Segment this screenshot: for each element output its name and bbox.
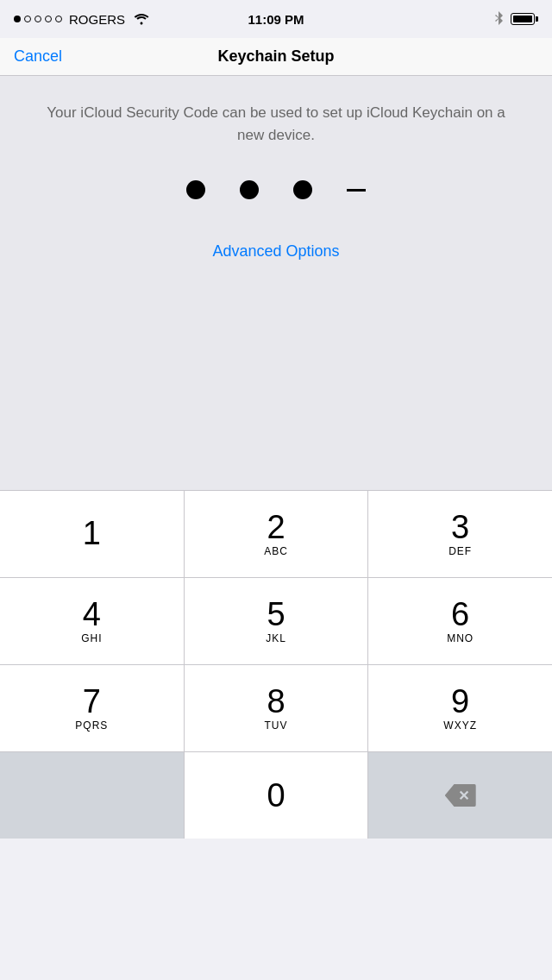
carrier-label: ROGERS — [69, 12, 125, 27]
signal-dots — [14, 16, 62, 22]
signal-dot-3 — [34, 16, 41, 22]
key-2[interactable]: 2 ABC — [185, 491, 369, 577]
key-3[interactable]: 3 DEF — [368, 491, 552, 577]
bluetooth-icon — [493, 11, 504, 27]
pin-dot-3 — [293, 180, 312, 199]
battery-indicator — [511, 13, 538, 25]
signal-dot-2 — [24, 16, 31, 22]
pin-dot-2 — [240, 180, 259, 199]
signal-dot-4 — [45, 16, 52, 22]
keypad-row-bottom: 0 ✕ — [0, 752, 552, 839]
keypad-row-1: 1 2 ABC 3 DEF — [0, 491, 552, 578]
status-bar: ROGERS 11:09 PM — [0, 0, 552, 38]
description-text: Your iCloud Security Code can be used to… — [34, 102, 518, 146]
content-area: Your iCloud Security Code can be used to… — [0, 76, 552, 404]
pin-dot-1 — [186, 180, 205, 199]
advanced-options-button[interactable]: Advanced Options — [212, 242, 339, 261]
signal-dot-5 — [55, 16, 62, 22]
pin-dot-4 — [347, 189, 366, 192]
key-4[interactable]: 4 GHI — [0, 578, 185, 664]
signal-dot-1 — [14, 16, 21, 22]
key-0[interactable]: 0 — [185, 752, 369, 839]
key-5[interactable]: 5 JKL — [185, 578, 369, 664]
backspace-icon: ✕ — [445, 784, 476, 807]
pin-display — [34, 180, 518, 199]
key-1[interactable]: 1 — [0, 491, 185, 577]
keypad-row-2: 4 GHI 5 JKL 6 MNO — [0, 578, 552, 665]
status-left: ROGERS — [14, 12, 149, 27]
cancel-button[interactable]: Cancel — [14, 47, 62, 66]
content-spacer — [0, 404, 552, 490]
numeric-keypad: 1 2 ABC 3 DEF 4 GHI 5 JKL 6 MNO 7 PQRS — [0, 490, 552, 839]
key-7[interactable]: 7 PQRS — [0, 665, 185, 751]
key-9[interactable]: 9 WXYZ — [368, 665, 552, 751]
key-8[interactable]: 8 TUV — [185, 665, 369, 751]
key-6[interactable]: 6 MNO — [368, 578, 552, 664]
delete-button[interactable]: ✕ — [368, 752, 552, 839]
status-time: 11:09 PM — [248, 12, 304, 27]
wifi-icon — [134, 13, 149, 25]
nav-bar: Cancel Keychain Setup — [0, 38, 552, 76]
page-title: Keychain Setup — [217, 47, 334, 66]
status-right — [493, 11, 538, 27]
key-empty — [0, 752, 185, 839]
keypad-row-3: 7 PQRS 8 TUV 9 WXYZ — [0, 665, 552, 752]
